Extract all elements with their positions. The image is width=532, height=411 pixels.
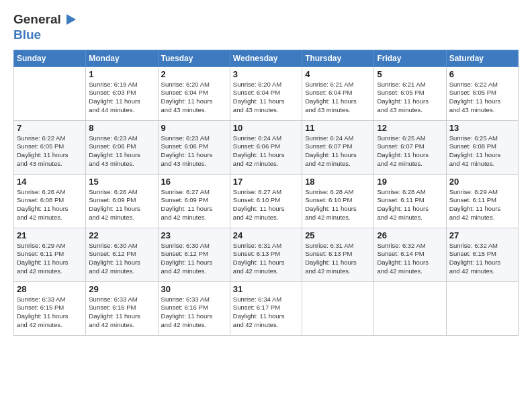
day-number: 9 xyxy=(161,123,227,133)
day-number: 5 xyxy=(377,69,443,79)
calendar-cell: 21Sunrise: 6:29 AM Sunset: 6:11 PM Dayli… xyxy=(14,228,86,281)
calendar-cell: 20Sunrise: 6:29 AM Sunset: 6:11 PM Dayli… xyxy=(446,174,518,228)
day-number: 31 xyxy=(233,284,299,294)
calendar-cell: 25Sunrise: 6:31 AM Sunset: 6:13 PM Dayli… xyxy=(302,228,374,281)
day-number: 16 xyxy=(161,177,227,187)
calendar-cell: 4Sunrise: 6:21 AM Sunset: 6:04 PM Daylig… xyxy=(302,66,374,120)
calendar-table: SundayMondayTuesdayWednesdayThursdayFrid… xyxy=(13,50,519,336)
day-number: 17 xyxy=(233,177,299,187)
calendar-cell: 9Sunrise: 6:23 AM Sunset: 6:06 PM Daylig… xyxy=(158,120,230,174)
day-info: Sunrise: 6:22 AM Sunset: 6:05 PM Dayligh… xyxy=(17,134,83,169)
calendar-cell: 3Sunrise: 6:20 AM Sunset: 6:04 PM Daylig… xyxy=(230,66,302,120)
day-number: 24 xyxy=(233,230,299,240)
calendar-cell: 26Sunrise: 6:32 AM Sunset: 6:14 PM Dayli… xyxy=(374,228,446,281)
day-number: 7 xyxy=(17,123,83,133)
calendar-cell: 11Sunrise: 6:24 AM Sunset: 6:07 PM Dayli… xyxy=(302,120,374,174)
calendar-cell: 1Sunrise: 6:19 AM Sunset: 6:03 PM Daylig… xyxy=(86,66,158,120)
day-info: Sunrise: 6:26 AM Sunset: 6:08 PM Dayligh… xyxy=(17,188,83,222)
calendar-cell: 5Sunrise: 6:21 AM Sunset: 6:05 PM Daylig… xyxy=(374,66,446,120)
day-number: 11 xyxy=(305,123,371,133)
day-number: 12 xyxy=(377,123,443,133)
header: General Blue xyxy=(13,12,519,43)
day-info: Sunrise: 6:22 AM Sunset: 6:05 PM Dayligh… xyxy=(449,81,515,115)
day-number: 25 xyxy=(305,230,371,240)
calendar-cell: 27Sunrise: 6:32 AM Sunset: 6:15 PM Dayli… xyxy=(446,228,518,281)
day-info: Sunrise: 6:27 AM Sunset: 6:10 PM Dayligh… xyxy=(233,188,299,222)
day-number: 8 xyxy=(89,123,154,133)
day-info: Sunrise: 6:19 AM Sunset: 6:03 PM Dayligh… xyxy=(89,81,154,115)
weekday-tuesday: Tuesday xyxy=(158,50,230,66)
day-info: Sunrise: 6:33 AM Sunset: 6:16 PM Dayligh… xyxy=(161,295,227,330)
calendar-cell: 22Sunrise: 6:30 AM Sunset: 6:12 PM Dayli… xyxy=(86,228,158,281)
weekday-saturday: Saturday xyxy=(446,50,518,66)
logo-general-text: General xyxy=(13,12,61,28)
week-row-5: 28Sunrise: 6:33 AM Sunset: 6:15 PM Dayli… xyxy=(14,281,519,335)
day-number: 1 xyxy=(89,69,154,79)
day-number: 23 xyxy=(161,230,227,240)
day-info: Sunrise: 6:34 AM Sunset: 6:17 PM Dayligh… xyxy=(233,295,299,330)
logo: General Blue xyxy=(13,12,77,43)
day-info: Sunrise: 6:20 AM Sunset: 6:04 PM Dayligh… xyxy=(233,81,299,115)
day-number: 19 xyxy=(377,177,443,187)
day-number: 14 xyxy=(17,177,83,187)
day-info: Sunrise: 6:29 AM Sunset: 6:11 PM Dayligh… xyxy=(449,188,515,222)
weekday-thursday: Thursday xyxy=(302,50,374,66)
day-number: 20 xyxy=(449,177,515,187)
page: General Blue SundayMondayTuesdayWednesda… xyxy=(0,0,532,411)
calendar-cell xyxy=(14,66,86,120)
day-number: 4 xyxy=(305,69,371,79)
calendar-cell: 8Sunrise: 6:23 AM Sunset: 6:06 PM Daylig… xyxy=(86,120,158,174)
day-info: Sunrise: 6:26 AM Sunset: 6:09 PM Dayligh… xyxy=(89,188,154,222)
day-info: Sunrise: 6:31 AM Sunset: 6:13 PM Dayligh… xyxy=(233,242,299,276)
calendar-cell: 31Sunrise: 6:34 AM Sunset: 6:17 PM Dayli… xyxy=(230,281,302,335)
calendar-cell: 2Sunrise: 6:20 AM Sunset: 6:04 PM Daylig… xyxy=(158,66,230,120)
day-number: 29 xyxy=(89,284,154,294)
day-number: 3 xyxy=(233,69,299,79)
day-info: Sunrise: 6:28 AM Sunset: 6:10 PM Dayligh… xyxy=(305,188,371,222)
calendar-cell: 24Sunrise: 6:31 AM Sunset: 6:13 PM Dayli… xyxy=(230,228,302,281)
day-info: Sunrise: 6:30 AM Sunset: 6:12 PM Dayligh… xyxy=(161,242,227,276)
calendar-cell: 7Sunrise: 6:22 AM Sunset: 6:05 PM Daylig… xyxy=(14,120,86,174)
day-number: 21 xyxy=(17,230,83,240)
day-info: Sunrise: 6:20 AM Sunset: 6:04 PM Dayligh… xyxy=(161,81,227,115)
calendar-cell xyxy=(446,281,518,335)
day-number: 30 xyxy=(161,284,227,294)
weekday-monday: Monday xyxy=(86,50,158,66)
week-row-2: 7Sunrise: 6:22 AM Sunset: 6:05 PM Daylig… xyxy=(14,120,519,174)
calendar-cell: 19Sunrise: 6:28 AM Sunset: 6:11 PM Dayli… xyxy=(374,174,446,228)
day-info: Sunrise: 6:25 AM Sunset: 6:08 PM Dayligh… xyxy=(449,134,515,169)
calendar-cell: 6Sunrise: 6:22 AM Sunset: 6:05 PM Daylig… xyxy=(446,66,518,120)
day-info: Sunrise: 6:25 AM Sunset: 6:07 PM Dayligh… xyxy=(377,134,443,169)
weekday-header-row: SundayMondayTuesdayWednesdayThursdayFrid… xyxy=(14,50,519,66)
day-number: 13 xyxy=(449,123,515,133)
day-info: Sunrise: 6:27 AM Sunset: 6:09 PM Dayligh… xyxy=(161,188,227,222)
calendar-cell: 10Sunrise: 6:24 AM Sunset: 6:06 PM Dayli… xyxy=(230,120,302,174)
day-number: 10 xyxy=(233,123,299,133)
day-number: 18 xyxy=(305,177,371,187)
day-info: Sunrise: 6:33 AM Sunset: 6:16 PM Dayligh… xyxy=(89,295,154,330)
day-info: Sunrise: 6:21 AM Sunset: 6:04 PM Dayligh… xyxy=(305,81,371,115)
calendar-cell: 18Sunrise: 6:28 AM Sunset: 6:10 PM Dayli… xyxy=(302,174,374,228)
calendar-cell: 14Sunrise: 6:26 AM Sunset: 6:08 PM Dayli… xyxy=(14,174,86,228)
day-number: 28 xyxy=(17,284,83,294)
calendar-cell: 13Sunrise: 6:25 AM Sunset: 6:08 PM Dayli… xyxy=(446,120,518,174)
calendar-cell: 23Sunrise: 6:30 AM Sunset: 6:12 PM Dayli… xyxy=(158,228,230,281)
day-info: Sunrise: 6:29 AM Sunset: 6:11 PM Dayligh… xyxy=(17,242,83,276)
weekday-sunday: Sunday xyxy=(14,50,86,66)
day-info: Sunrise: 6:32 AM Sunset: 6:14 PM Dayligh… xyxy=(377,242,443,276)
calendar-cell: 29Sunrise: 6:33 AM Sunset: 6:16 PM Dayli… xyxy=(86,281,158,335)
week-row-3: 14Sunrise: 6:26 AM Sunset: 6:08 PM Dayli… xyxy=(14,174,519,228)
calendar-cell xyxy=(374,281,446,335)
day-info: Sunrise: 6:23 AM Sunset: 6:06 PM Dayligh… xyxy=(161,134,227,169)
day-number: 15 xyxy=(89,177,154,187)
calendar-cell: 16Sunrise: 6:27 AM Sunset: 6:09 PM Dayli… xyxy=(158,174,230,228)
day-info: Sunrise: 6:21 AM Sunset: 6:05 PM Dayligh… xyxy=(377,81,443,115)
logo-blue-text: Blue xyxy=(13,28,41,43)
svg-marker-0 xyxy=(66,14,76,25)
calendar-cell: 30Sunrise: 6:33 AM Sunset: 6:16 PM Dayli… xyxy=(158,281,230,335)
week-row-4: 21Sunrise: 6:29 AM Sunset: 6:11 PM Dayli… xyxy=(14,228,519,281)
day-number: 2 xyxy=(161,69,227,79)
weekday-friday: Friday xyxy=(374,50,446,66)
day-number: 6 xyxy=(449,69,515,79)
day-info: Sunrise: 6:24 AM Sunset: 6:07 PM Dayligh… xyxy=(305,134,371,169)
